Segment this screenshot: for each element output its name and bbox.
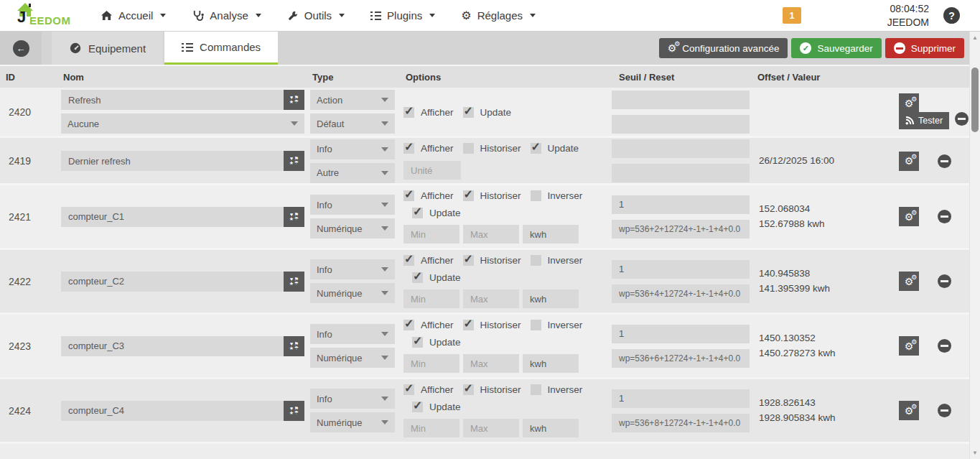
command-name-input[interactable] [61,90,284,110]
checkbox-afficher[interactable]: Afficher [403,320,454,330]
subtype-select[interactable]: Défaut [310,113,395,134]
seuil-input[interactable] [612,260,750,279]
scroll-up-icon[interactable]: ▲ [970,34,980,41]
remove-command-button[interactable] [938,339,951,353]
reset-input[interactable] [612,414,750,432]
help-icon[interactable]: ? [943,7,960,24]
checkbox-historiser[interactable]: Historiser [463,384,521,395]
checkbox-afficher[interactable]: Afficher [403,107,454,118]
scrollbar-thumb[interactable] [971,68,979,132]
checkbox-afficher[interactable]: Afficher [403,255,454,266]
choose-icon-button[interactable]: ♥⚑★☂ [284,401,304,421]
type-select[interactable]: Info [310,139,395,159]
configure-command-button[interactable]: ⚙⚙ [899,272,919,291]
menu-plugins[interactable]: Plugins [370,9,435,22]
menu-analyse[interactable]: Analyse [192,9,261,22]
checkbox-inverser[interactable]: Inverser [531,190,583,201]
min-input[interactable] [403,419,459,437]
max-input[interactable] [463,225,519,244]
reset-input[interactable] [612,220,750,238]
configure-command-button[interactable]: ⚙⚙ [899,207,919,226]
back-button[interactable]: ← [0,32,42,65]
subtype-select[interactable]: Numérique [310,412,395,432]
type-select[interactable]: Info [310,389,395,409]
min-input[interactable] [403,354,459,373]
command-name-input[interactable] [61,401,284,421]
type-select[interactable]: Info [310,259,395,279]
min-input[interactable] [403,289,459,308]
unit-input[interactable] [523,289,579,308]
reset-input[interactable] [612,284,750,303]
configure-command-button[interactable]: ⚙⚙ [899,93,919,113]
type-select[interactable]: Info [310,324,395,344]
unit-input[interactable] [523,419,579,437]
checkbox-update[interactable]: Update [412,337,461,348]
scroll-down-icon[interactable]: ▼ [970,450,980,456]
remove-command-button[interactable] [938,274,951,288]
configure-command-button[interactable]: ⚙⚙ [899,152,919,171]
remove-command-button[interactable] [938,154,951,168]
checkbox-update[interactable]: Update [412,402,461,412]
remove-command-button[interactable] [938,404,951,417]
max-input[interactable] [463,419,519,437]
command-name-input[interactable] [61,207,284,227]
save-button[interactable]: ✓ Sauvegarder [791,38,881,58]
choose-icon-button[interactable]: ♥⚑★☂ [284,207,304,227]
checkbox-update[interactable]: Update [412,272,461,283]
reset-input[interactable] [612,349,750,368]
type-select[interactable]: Action [310,90,395,110]
checkbox-historiser[interactable]: Historiser [463,143,521,154]
checkbox-afficher[interactable]: Afficher [403,143,454,154]
max-input[interactable] [463,289,519,308]
min-input[interactable] [403,225,459,244]
choose-icon-button[interactable]: ♥⚑★☂ [284,272,304,292]
checkbox-inverser[interactable]: Inverser [531,384,583,395]
type-select[interactable]: Info [310,195,395,215]
jeedom-logo[interactable]: J EEDOM [10,1,72,30]
subtype-select[interactable]: Numérique [310,348,395,368]
configure-command-button[interactable]: ⚙⚙ [899,401,919,420]
checkbox-afficher[interactable]: Afficher [403,190,454,201]
choose-icon-button[interactable]: ♥⚑★☂ [284,336,304,356]
menu-reglages[interactable]: ⚙ Réglages [461,9,536,22]
delete-button[interactable]: Supprimer [885,38,964,58]
unit-input[interactable] [523,225,579,244]
choose-icon-button[interactable]: ♥⚑★☂ [284,151,304,171]
remove-command-button[interactable] [938,210,951,223]
subtype-select[interactable]: Autre [310,163,395,183]
menu-accueil[interactable]: Accueil [101,9,166,22]
configure-command-button[interactable]: ⚙⚙ [899,336,919,356]
unit-input[interactable] [523,354,579,373]
command-name-input[interactable] [61,336,284,356]
notification-badge[interactable]: 1 [783,7,801,24]
reset-input[interactable] [612,115,750,134]
command-name-input[interactable] [61,272,284,292]
max-input[interactable] [463,354,519,373]
checkbox-update[interactable]: Update [412,208,461,218]
vertical-scrollbar[interactable]: ▲ ▼ [969,32,980,459]
checkbox-inverser[interactable]: Inverser [531,255,583,266]
menu-outils[interactable]: Outils [287,9,345,22]
reset-input[interactable] [612,164,750,182]
seuil-input[interactable] [612,195,750,214]
seuil-input[interactable] [612,389,750,408]
linked-info-select[interactable]: Aucune [61,113,304,134]
checkbox-historiser[interactable]: Historiser [463,320,521,330]
subtype-select[interactable]: Numérique [310,283,395,303]
checkbox-historiser[interactable]: Historiser [463,190,521,201]
seuil-input[interactable] [612,139,750,158]
tester-button[interactable]: Tester [899,112,949,129]
checkbox-update[interactable]: Update [463,107,512,118]
seuil-input[interactable] [612,325,750,343]
command-name-input[interactable] [61,151,284,171]
subtype-select[interactable]: Numérique [310,218,395,238]
remove-command-button[interactable] [955,112,969,126]
unit-input[interactable] [403,161,461,180]
advanced-config-button[interactable]: ⚙⚙ Configuration avancée [659,38,788,58]
checkbox-update[interactable]: Update [531,143,579,154]
checkbox-afficher[interactable]: Afficher [403,384,454,395]
tab-commandes[interactable]: Commandes [164,32,278,65]
checkbox-historiser[interactable]: Historiser [463,255,521,266]
choose-icon-button[interactable]: ♥⚑★☂ [284,90,304,110]
seuil-input[interactable] [612,91,750,109]
